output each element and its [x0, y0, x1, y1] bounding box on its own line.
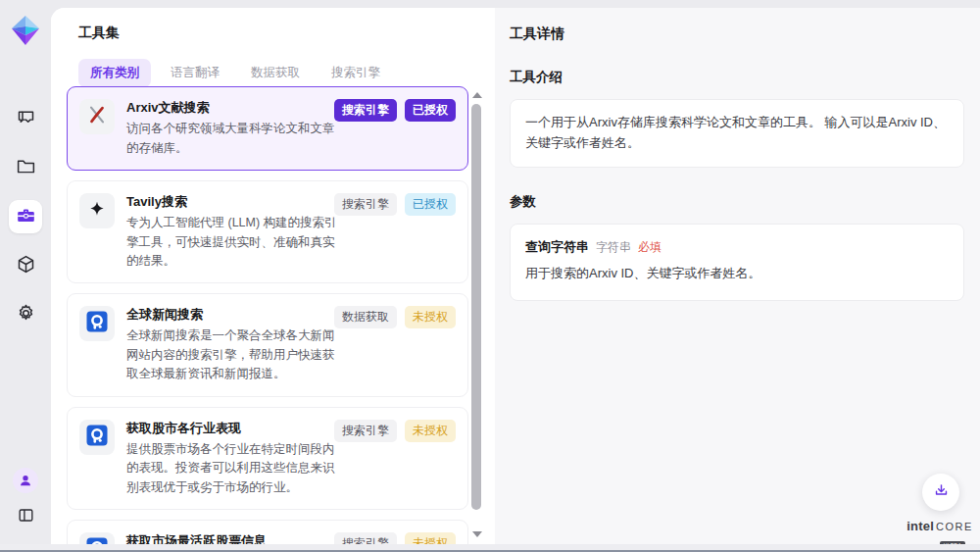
tool-card[interactable]: 全球新闻搜索 全球新闻搜索是一个聚合全球各大新闻网站内容的搜索引擎，帮助用户快速…: [67, 293, 468, 396]
tool-detail-panel: 工具详情 工具介绍 一个用于从Arxiv存储库搜索科学论文和文章的工具。 输入可…: [495, 8, 980, 544]
tool-description: 全球新闻搜索是一个聚合全球各大新闻网站内容的搜索引擎，帮助用户快速获取全球最新资…: [126, 326, 338, 383]
auth-status-badge: 已授权: [405, 99, 456, 122]
auth-status-badge: 未授权: [405, 420, 456, 442]
tool-description: 专为人工智能代理 (LLM) 构建的搜索引擎工具，可快速提供实时、准确和真实的结…: [126, 214, 338, 271]
tab-1[interactable]: 语言翻译: [159, 59, 231, 87]
sidebar-item-files[interactable]: [9, 151, 42, 184]
scrollbar-up-arrow[interactable]: [472, 92, 482, 98]
app-window: 工具集 所有类别语言翻译数据获取搜索引擎 Arxiv文献搜索 访问各个研究领域大…: [0, 0, 980, 552]
param-type: 字符串: [596, 239, 631, 256]
list-scrollbar: [470, 90, 484, 539]
tool-name: 全球新闻搜索: [126, 306, 338, 324]
tool-name: Tavily搜索: [126, 193, 338, 211]
auth-status-badge: 未授权: [405, 306, 456, 328]
user-avatar[interactable]: [13, 468, 38, 493]
person-icon: [18, 473, 33, 488]
arxiv-icon: [86, 104, 108, 129]
tool-card[interactable]: Tavily搜索 专为人工智能代理 (LLM) 构建的搜索引擎工具，可快速提供实…: [67, 180, 468, 283]
news-search-icon: [85, 536, 109, 544]
auth-status-badge: 已授权: [405, 193, 456, 216]
category-badge: 搜索引擎: [334, 532, 397, 544]
folder-icon: [16, 156, 36, 180]
category-badge: 搜索引擎: [334, 99, 397, 122]
tool-card-list: Arxiv文献搜索 访问各个研究领域大量科学论文和文章的存储库。 搜索引擎 已授…: [67, 86, 468, 544]
app-logo-icon: [9, 14, 42, 47]
core-text: core: [936, 521, 973, 532]
intro-heading: 工具介绍: [510, 69, 964, 86]
category-tabs: 所有类别语言翻译数据获取搜索引擎: [78, 59, 392, 87]
intro-box: 一个用于从Arxiv存储库搜索科学论文和文章的工具。 输入可以是Arxiv ID…: [510, 99, 964, 168]
scrollbar-down-arrow[interactable]: [472, 531, 482, 537]
tool-card[interactable]: 获取股市各行业表现 提供股票市场各个行业在特定时间段内的表现。投资者可以利用这些…: [67, 407, 468, 510]
chat-icon: [16, 107, 36, 131]
tool-card[interactable]: Arxiv文献搜索 访问各个研究领域大量科学论文和文章的存储库。 搜索引擎 已授…: [67, 86, 468, 171]
tool-description: 访问各个研究领域大量科学论文和文章的存储库。: [126, 120, 338, 158]
auth-status-badge: 未授权: [405, 532, 456, 544]
download-icon: [933, 482, 950, 503]
sidebar-item-tools[interactable]: [9, 200, 42, 233]
panel-toggle-button[interactable]: [12, 503, 39, 530]
sidebar-rail: [0, 0, 51, 552]
tool-name: 获取市场最活跃股票信息: [126, 532, 338, 544]
cube-icon: [16, 254, 36, 278]
toolbox-icon: [16, 205, 36, 229]
tool-name: 获取股市各行业表现: [126, 420, 338, 437]
tool-card[interactable]: 获取市场最活跃股票信息 提供当天交易量最高的股票列表，投资者可以利用这些信息来识…: [67, 520, 468, 544]
sidebar-item-settings[interactable]: [9, 298, 42, 331]
gear-icon: [16, 303, 36, 327]
tab-2[interactable]: 数据获取: [239, 59, 312, 87]
sidebar-item-chat[interactable]: [9, 102, 42, 135]
news-search-icon: [85, 310, 109, 337]
param-box: 查询字符串 字符串 必填 用于搜索的Arxiv ID、关键字或作者姓名。: [510, 224, 964, 301]
tab-3[interactable]: 搜索引擎: [319, 59, 392, 87]
page-title: 工具集: [78, 25, 120, 42]
category-badge: 搜索引擎: [334, 420, 397, 442]
sidebar-item-packages[interactable]: [9, 249, 42, 282]
sparkle-icon: [87, 199, 107, 223]
category-badge: 数据获取: [334, 306, 397, 328]
tools-list-panel: 工具集 所有类别语言翻译数据获取搜索引擎 Arxiv文献搜索 访问各个研究领域大…: [51, 8, 495, 544]
main-panel: 工具集 所有类别语言翻译数据获取搜索引擎 Arxiv文献搜索 访问各个研究领域大…: [51, 8, 980, 544]
tab-0[interactable]: 所有类别: [78, 59, 151, 87]
intro-text: 一个用于从Arxiv存储库搜索科学论文和文章的工具。 输入可以是Arxiv ID…: [525, 115, 946, 150]
intel-text: intel: [906, 519, 934, 533]
detail-title: 工具详情: [510, 25, 964, 43]
param-required-badge: 必填: [638, 239, 662, 256]
param-description: 用于搜索的Arxiv ID、关键字或作者姓名。: [525, 265, 949, 282]
params-heading: 参数: [510, 193, 964, 211]
category-badge: 搜索引擎: [334, 193, 397, 216]
news-search-icon: [85, 424, 109, 451]
tool-name: Arxiv文献搜索: [126, 99, 338, 117]
scrollbar-thumb[interactable]: [471, 104, 481, 510]
param-name: 查询字符串: [525, 238, 589, 256]
panel-toggle-icon: [17, 506, 35, 528]
tool-description: 提供股票市场各个行业在特定时间段内的表现。投资者可以利用这些信息来识别表现优于或…: [126, 440, 338, 497]
download-button[interactable]: [922, 474, 959, 511]
